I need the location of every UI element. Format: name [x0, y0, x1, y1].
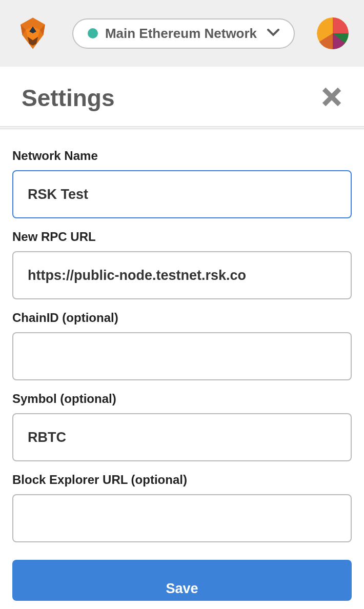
app-header: Main Ethereum Network — [0, 0, 364, 67]
close-icon[interactable] — [321, 86, 342, 110]
block-explorer-label: Block Explorer URL (optional) — [12, 473, 352, 487]
rpc-url-input[interactable] — [12, 251, 352, 299]
network-label: Main Ethereum Network — [105, 26, 257, 42]
chain-id-label: ChainID (optional) — [12, 311, 352, 325]
save-button-label: Save — [166, 581, 198, 597]
network-name-input[interactable] — [12, 170, 352, 218]
network-name-label: Network Name — [12, 149, 352, 163]
settings-form: Network Name New RPC URL ChainID (option… — [0, 129, 364, 601]
page-title: Settings — [22, 84, 114, 112]
title-row: Settings — [0, 67, 364, 126]
chain-id-input[interactable] — [12, 332, 352, 380]
network-selector[interactable]: Main Ethereum Network — [72, 18, 295, 49]
metamask-logo-icon — [15, 16, 50, 51]
save-button[interactable]: Save — [12, 560, 352, 601]
network-status-dot-icon — [88, 28, 98, 38]
rpc-url-label: New RPC URL — [12, 230, 352, 244]
account-avatar-icon[interactable] — [317, 17, 349, 49]
block-explorer-input[interactable] — [12, 494, 352, 542]
symbol-label: Symbol (optional) — [12, 392, 352, 406]
chevron-down-icon — [267, 28, 279, 38]
symbol-input[interactable] — [12, 413, 352, 461]
